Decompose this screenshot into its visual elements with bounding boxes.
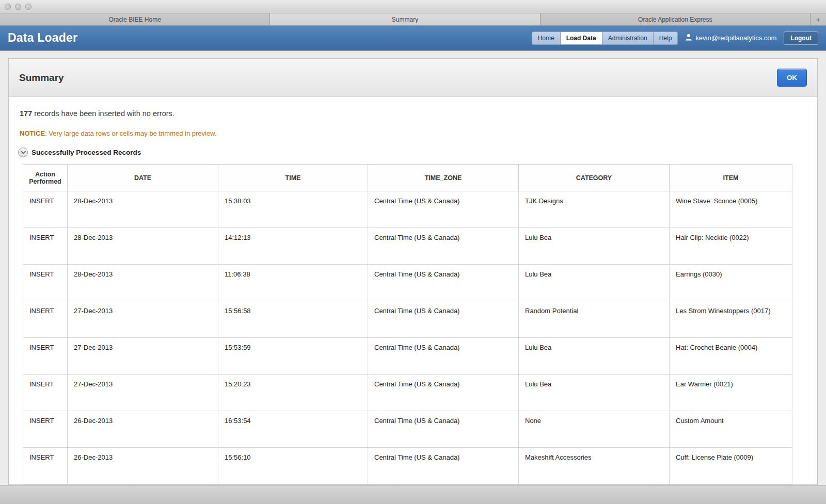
table-cell: Wine Stave: Sconce (0005) [670,191,792,228]
table-cell: 27-Dec-2013 [68,301,218,338]
nav-load-data[interactable]: Load Data [560,31,602,45]
table-cell: Central Time (US & Canada) [368,448,519,484]
nav-help[interactable]: Help [653,31,678,45]
page-content: Summary OK 177 records have been inserte… [0,51,826,503]
column-header: TIME_ZONE [368,165,519,191]
table-cell: 28-Dec-2013 [68,265,218,301]
table-cell: Central Time (US & Canada) [368,411,519,448]
table-row: INSERT28-Dec-201315:38:03Central Time (U… [23,191,792,228]
app-title: Data Loader [8,31,77,45]
browser-tabs: Oracle BIEE HomeSummaryOracle Applicatio… [0,13,811,25]
table-cell: INSERT [23,448,68,484]
records-table: Action PerformedDATETIMETIME_ZONECATEGOR… [23,164,792,484]
table-cell: Lulu Bea [519,228,670,265]
table-cell: Ear Warmer (0021) [670,375,792,411]
table-cell: INSERT [23,375,68,411]
table-cell: Lulu Bea [519,338,670,375]
new-tab-button[interactable]: + [811,13,826,25]
section-title: Successfully Processed Records [31,149,141,156]
table-row: INSERT28-Dec-201314:12:13Central Time (U… [23,228,792,265]
table-cell: 15:38:03 [218,191,368,228]
summary-region-body: 177 records have been inserted with no e… [9,97,817,484]
table-cell: 15:56:10 [218,448,368,484]
table-cell: Central Time (US & Canada) [368,338,519,375]
ok-button[interactable]: OK [777,69,807,87]
table-row: INSERT27-Dec-201315:53:59Central Time (U… [23,338,792,375]
column-header: TIME [218,165,368,191]
table-cell: Custom Amount [670,411,792,448]
table-row: INSERT26-Dec-201316:53:54Central Time (U… [23,411,792,448]
app-header: Data Loader HomeLoad DataAdministrationH… [0,26,826,51]
table-cell: Les Strom Winestoppers (0017) [670,301,792,338]
bottom-bar [0,485,826,504]
table-cell: 15:20:23 [218,375,368,411]
records-table-body: INSERT28-Dec-201315:38:03Central Time (U… [23,191,792,484]
app-header-actions: HomeLoad DataAdministrationHelp kevin@re… [532,31,818,45]
user-icon [685,34,692,42]
table-cell: None [519,411,670,448]
table-cell: Lulu Bea [519,265,670,301]
page-title: Summary [19,72,64,84]
browser-tab[interactable]: Oracle BIEE Home [0,13,270,25]
main-nav: HomeLoad DataAdministrationHelp [532,31,678,45]
window-zoom-button[interactable] [25,4,31,10]
browser-tab-bar: Oracle BIEE HomeSummaryOracle Applicatio… [0,13,826,26]
table-cell: INSERT [23,301,68,338]
chevron-down-icon[interactable] [18,148,28,157]
table-cell: INSERT [23,265,68,301]
result-message: 177 records have been inserted with no e… [20,109,817,118]
window-close-button[interactable] [5,4,11,10]
table-cell: INSERT [23,191,68,228]
column-header: ITEM [670,165,792,191]
table-cell: Makeshift Accessories [519,448,670,484]
table-cell: Central Time (US & Canada) [368,375,519,411]
table-cell: Cuff: License Plate (0009) [670,448,792,484]
table-cell: Earrings (0030) [670,265,792,301]
nav-home[interactable]: Home [532,31,561,45]
table-cell: TJK Designs [519,191,670,228]
table-cell: 16:53:54 [218,411,368,448]
table-cell: 28-Dec-2013 [68,228,218,265]
table-cell: INSERT [23,228,68,265]
window-minimize-button[interactable] [15,4,21,10]
table-cell: 15:56:58 [218,301,368,338]
logout-button[interactable]: Logout [784,31,818,45]
summary-region: Summary OK 177 records have been inserte… [8,58,818,485]
table-cell: 15:53:59 [218,338,368,375]
record-count: 177 [20,109,32,118]
result-text: records have been inserted with no error… [34,109,174,118]
table-row: INSERT27-Dec-201315:56:58Central Time (U… [23,301,792,338]
table-cell: 27-Dec-2013 [68,338,218,375]
table-cell: 28-Dec-2013 [68,191,218,228]
browser-tab[interactable]: Summary [270,13,540,25]
summary-region-header: Summary OK [9,59,817,97]
table-cell: INSERT [23,338,68,375]
table-header-row: Action PerformedDATETIMETIME_ZONECATEGOR… [23,165,792,191]
user-email: kevin@redpillanalytics.com [695,34,776,42]
browser-window: Oracle BIEE HomeSummaryOracle Applicatio… [0,0,826,504]
section-toggle[interactable]: Successfully Processed Records [18,148,817,157]
table-cell: Lulu Bea [519,375,670,411]
table-cell: 11:06:38 [218,265,368,301]
table-cell: 27-Dec-2013 [68,375,218,411]
column-header: CATEGORY [519,165,670,191]
table-cell: Hair Clip: Necktie (0022) [670,228,792,265]
table-cell: 26-Dec-2013 [68,448,218,484]
table-cell: Random Potential [519,301,670,338]
table-row: INSERT28-Dec-201311:06:38Central Time (U… [23,265,792,301]
nav-administration[interactable]: Administration [602,31,654,45]
table-cell: Central Time (US & Canada) [368,228,519,265]
table-cell: 14:12:13 [218,228,368,265]
browser-tab[interactable]: Oracle Application Express [541,13,811,25]
table-cell: 26-Dec-2013 [68,411,218,448]
window-title-bar [0,0,826,13]
notice-text: : Very large data rows or cells may be t… [45,129,216,137]
table-cell: Central Time (US & Canada) [368,265,519,301]
table-cell: Hat: Crochet Beanie (0004) [670,338,792,375]
notice-message: NOTICE: Very large data rows or cells ma… [20,129,817,137]
table-cell: Central Time (US & Canada) [368,301,519,338]
table-row: INSERT26-Dec-201315:56:10Central Time (U… [23,448,792,484]
column-header: Action Performed [23,165,68,191]
notice-label: NOTICE [20,129,45,137]
column-header: DATE [68,165,218,191]
